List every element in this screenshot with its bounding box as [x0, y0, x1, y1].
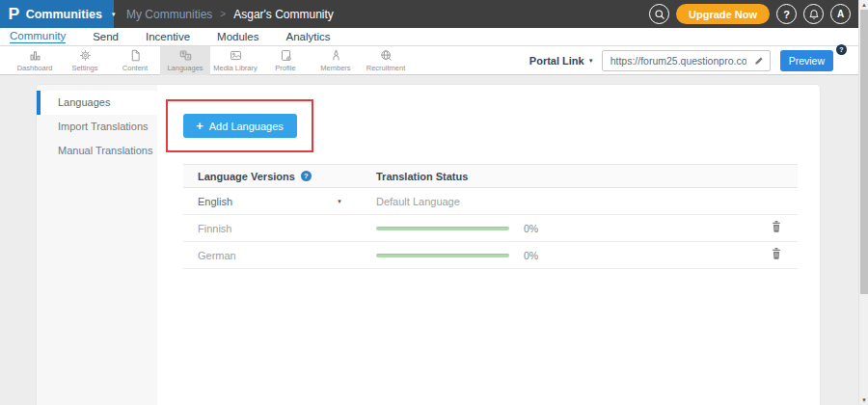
language-name: German [198, 250, 236, 261]
bell-icon [808, 9, 820, 20]
table-header-row: Language Versions ? Translation Status [183, 164, 798, 188]
table-row-german: German 0% [183, 242, 798, 269]
toolbar-item-recruitment[interactable]: Recruitment [361, 46, 411, 75]
chevron-down-icon: ▼ [588, 58, 594, 64]
default-language-label: Default Language [376, 196, 460, 207]
scrollbar-thumb[interactable] [860, 10, 868, 294]
user-avatar[interactable]: A [830, 4, 851, 24]
scroll-down-arrow-icon[interactable]: ▼ [859, 397, 868, 403]
help-button[interactable]: ? [776, 4, 797, 24]
header-language-versions: Language Versions [198, 171, 295, 182]
toolbar-label: Members [320, 64, 350, 72]
preview-button[interactable]: Preview [780, 50, 833, 71]
sidebar-item-manual-translations[interactable]: Manual Translations [37, 139, 157, 163]
toolbar-label: Languages [167, 64, 203, 72]
portal-link-section: Portal Link ▼ Preview ? [529, 50, 858, 71]
red-annotation-box: + Add Languages [166, 99, 313, 152]
add-languages-label: Add Languages [209, 121, 284, 132]
toolbar-label: Dashboard [17, 64, 53, 72]
page-background: Languages Import Translations Manual Tra… [0, 76, 858, 405]
chevron-down-icon: ▼ [111, 12, 117, 17]
search-button[interactable] [649, 4, 669, 24]
communities-dropdown[interactable]: P Communities ▼ [0, 0, 114, 28]
translation-progress-bar [376, 227, 509, 230]
languages-content: + Add Languages Language Versions ? Tran… [157, 85, 820, 405]
breadcrumb-current-community: Asgar's Community [233, 8, 334, 21]
language-name: English [198, 196, 232, 207]
product-name: Communities [26, 8, 102, 21]
plus-icon: + [196, 120, 203, 132]
questionpro-logo: P [8, 7, 19, 22]
toolbar-item-media-library[interactable]: Media Library [210, 46, 260, 75]
header-translation-status: Translation Status [376, 171, 468, 182]
globe-search-icon [380, 49, 393, 62]
add-languages-button[interactable]: + Add Languages [183, 114, 297, 138]
profile-card-icon [280, 49, 292, 62]
upgrade-now-button[interactable]: Upgrade Now [676, 4, 770, 24]
trash-icon [771, 220, 782, 233]
toolbar-item-content[interactable]: Content [110, 46, 160, 75]
toolbar-label: Settings [71, 64, 97, 72]
main-nav: Community Send Incentive Modules Analyti… [0, 28, 858, 46]
bar-chart-icon [29, 49, 41, 62]
toolbar-item-dashboard[interactable]: Dashboard [10, 46, 60, 75]
portal-url-input[interactable] [602, 50, 771, 71]
breadcrumb: My Communities > Asgar's Community [126, 8, 334, 21]
edit-pencil-icon[interactable] [754, 55, 765, 66]
toolbar-label: Recruitment [366, 64, 405, 72]
toolbar-label: Content [122, 64, 148, 72]
trash-icon [771, 247, 782, 260]
progress-percent: 0% [524, 223, 538, 234]
language-versions-help-icon[interactable]: ? [301, 171, 312, 181]
vertical-scrollbar[interactable]: ▲ ▼ [858, 0, 868, 405]
tab-analytics[interactable]: Analytics [286, 31, 331, 42]
progress-percent: 0% [524, 250, 538, 261]
settings-sidebar: Languages Import Translations Manual Tra… [37, 85, 157, 405]
toolbar-item-settings[interactable]: Settings [60, 46, 110, 75]
toolbar-item-profile[interactable]: Profile [260, 46, 311, 75]
breadcrumb-separator: > [220, 9, 226, 19]
gear-icon [79, 49, 92, 62]
table-row-finnish: Finnish 0% [183, 215, 798, 242]
tab-modules[interactable]: Modules [217, 31, 258, 42]
breadcrumb-my-communities[interactable]: My Communities [126, 8, 212, 21]
image-icon [230, 49, 242, 62]
toolbar-label: Profile [275, 64, 295, 72]
sidebar-item-languages[interactable]: Languages [37, 91, 157, 115]
language-name: Finnish [198, 223, 231, 234]
top-bar: P Communities ▼ My Communities > Asgar's… [0, 0, 858, 28]
language-versions-table: Language Versions ? Translation Status E… [183, 164, 798, 269]
translate-icon: A [179, 49, 192, 62]
topbar-actions: Upgrade Now ? A [649, 4, 858, 24]
languages-panel: Languages Import Translations Manual Tra… [37, 85, 820, 405]
table-row-english: English ▼ Default Language [183, 188, 798, 215]
avatar-initial: A [837, 9, 844, 19]
language-dropdown-caret[interactable]: ▼ [337, 199, 342, 204]
delete-language-button[interactable] [771, 220, 782, 236]
document-icon [129, 49, 142, 62]
toolbar-item-members[interactable]: Members [311, 46, 361, 75]
tab-send[interactable]: Send [93, 31, 119, 42]
svg-text:A: A [186, 54, 189, 59]
notifications-button[interactable] [803, 4, 824, 24]
delete-language-button[interactable] [771, 247, 782, 263]
question-icon: ? [783, 9, 790, 20]
tab-community[interactable]: Community [10, 30, 66, 43]
preview-help-icon[interactable]: ? [836, 44, 847, 55]
toolbar-item-languages[interactable]: A Languages [160, 46, 210, 75]
search-icon [654, 9, 665, 20]
toolbar-label: Media Library [213, 64, 257, 72]
module-toolbar: Dashboard Settings Content A Languages M… [0, 46, 858, 75]
sidebar-item-import-translations[interactable]: Import Translations [37, 115, 157, 139]
scroll-up-arrow-icon[interactable]: ▲ [859, 2, 868, 8]
translation-progress-bar [376, 254, 509, 257]
tab-incentive[interactable]: Incentive [146, 31, 190, 42]
portal-link-dropdown[interactable]: Portal Link [529, 55, 584, 67]
person-icon [330, 49, 342, 62]
